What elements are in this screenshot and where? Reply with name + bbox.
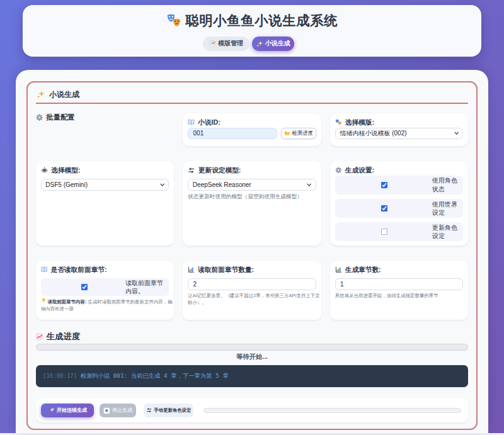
read-prev-hint: 读取前面章节内容: 生成时读取前面章节的最新文件内容，确保内容衔接一致 xyxy=(41,298,175,312)
model-select[interactable]: DSF5 (Gemini) xyxy=(41,179,169,191)
update-model-label-row: 更新设定模型: xyxy=(188,166,316,174)
generation-settings-label-row: 生成设置: xyxy=(335,166,464,174)
nav-template-management-button[interactable]: 模版管理 xyxy=(203,37,249,51)
theater-masks-icon xyxy=(166,13,181,28)
model-select-wrap: DSF5 (Gemini) xyxy=(41,179,169,191)
progress-heading: 生成进度 xyxy=(36,332,469,342)
update-model-label: 更新设定模型: xyxy=(198,166,241,174)
stop-square-icon xyxy=(103,407,110,414)
zoom-wrapper: 聪明小鱼鱼小说生成系统 模版管理 xyxy=(0,0,504,433)
use-world-setting-row: 使用世界设定 xyxy=(335,199,464,218)
novel-id-label: 小说ID: xyxy=(198,118,220,127)
log-timestamp: [16:00:17] xyxy=(43,373,77,379)
generation-settings-options: 使用角色状态 使用世界设定 更新角色设定 xyxy=(335,176,464,242)
nav-novel-generation-label: 小说生成 xyxy=(265,39,290,48)
update-model-select[interactable]: DeepSeek Reasoner xyxy=(188,179,316,191)
open-book-icon xyxy=(188,119,195,126)
use-world-setting-label: 使用世界设定 xyxy=(432,200,458,217)
chapter-count-label: 生成章节数: xyxy=(345,266,381,274)
use-character-state-label: 使用角色状态 xyxy=(432,176,458,193)
chart-increasing-icon xyxy=(36,333,43,340)
read-prev-label: 是否读取前面章节: xyxy=(51,266,107,274)
use-character-state-row: 使用角色状态 xyxy=(335,176,464,195)
prev-count-label: 读取前面章节数量: xyxy=(198,266,254,274)
swap-arrows-icon xyxy=(146,407,152,413)
generation-settings-label: 生成设置: xyxy=(345,166,374,174)
chapter-count-input[interactable] xyxy=(335,278,464,290)
read-prev-option-label: 读取前面章节内容。 xyxy=(125,279,164,296)
model-select-panel: 选择模型: DSF5 (Gemini) xyxy=(36,161,175,246)
check-progress-button[interactable]: 检测进度 xyxy=(281,128,316,140)
header-card: 聪明小鱼鱼小说生成系统 模版管理 xyxy=(23,5,481,57)
log-console: [16:00:17] 检测到小说 001: 当前已生成 4 章，下一章为第 5 … xyxy=(36,365,469,387)
prev-count-label-row: 读取前面章节数量: xyxy=(188,266,316,274)
template-select-label: 选择模版: xyxy=(345,118,374,127)
theater-masks-icon xyxy=(335,119,342,126)
manual-update-character-label: 手动更新角色设定 xyxy=(154,407,192,414)
use-character-state-checkbox[interactable] xyxy=(381,182,387,188)
sparkles-icon xyxy=(37,90,45,98)
novel-id-input[interactable] xyxy=(188,128,277,140)
stop-generation-button[interactable]: 停止生成 xyxy=(100,404,136,418)
progress-section: 生成进度 等待开始... [16:00:17] 检测到小说 001: 当前已生成… xyxy=(36,332,469,387)
novel-id-label-row: 小说ID: xyxy=(188,118,316,127)
page-background: 聪明小鱼鱼小说生成系统 模版管理 xyxy=(0,0,504,433)
robot-icon xyxy=(41,167,48,174)
check-progress-label: 检测进度 xyxy=(292,130,312,137)
log-message: 检测到小说 001: 当前已生成 4 章，下一章为第 5 章 xyxy=(80,372,228,380)
nav-novel-generation-button[interactable]: 小说生成 xyxy=(252,37,294,51)
novel-id-input-row: 检测进度 xyxy=(188,128,316,140)
template-select[interactable]: 情绪内核小说模板 (002) xyxy=(335,128,464,140)
novel-generation-card: 小说生成 xyxy=(26,81,478,431)
read-prev-checkbox[interactable] xyxy=(81,284,88,290)
light-bulb-icon xyxy=(41,298,47,303)
bar-chart-icon xyxy=(188,266,195,273)
main-container: 小说生成 xyxy=(16,70,489,433)
update-character-setting-label: 更新角色设定 xyxy=(432,223,458,240)
nav-template-management-label: 模版管理 xyxy=(218,39,243,48)
action-progress-bar xyxy=(203,408,461,414)
read-prev-panel: 是否读取前面章节: 读取前面章节内容。 xyxy=(36,261,175,320)
novel-id-panel: 小说ID: 检测进度 xyxy=(183,113,321,146)
gear-icon xyxy=(36,114,43,121)
sparkles-icon xyxy=(256,40,263,47)
template-select-panel: 选择模版: 情绪内核小说模板 (002) xyxy=(330,113,469,146)
update-model-hint: 状态更新时使用的模型（留空则使用生成模型） xyxy=(188,193,316,200)
chapter-count-panel: 生成章节数: 系统将从当前进度开始，连续生成指定数量的章节 xyxy=(330,261,469,320)
prev-count-panel: 读取前面章节数量: 让AI记忆更连贯。（建议不超过2章，有些第三方API支持上下… xyxy=(183,261,321,320)
stop-generation-label: 停止生成 xyxy=(112,407,132,414)
config-grid: 批量配置 小说ID: xyxy=(36,113,469,320)
app-title: 聪明小鱼鱼小说生成系统 xyxy=(23,13,481,30)
swap-arrows-icon xyxy=(188,167,195,174)
prev-count-input[interactable] xyxy=(188,278,316,290)
rocket-icon xyxy=(48,407,55,414)
read-prev-hint-bold: 读取前面章节内容: xyxy=(47,299,86,305)
template-select-wrap: 情绪内核小说模板 (002) xyxy=(335,128,464,140)
section-title-text: 小说生成 xyxy=(49,90,79,99)
nav: 模版管理 小说生成 xyxy=(20,37,478,51)
update-model-panel: 更新设定模型: DeepSeek Reasoner 状态更新时使用的模型（留空则… xyxy=(183,161,321,246)
start-generation-label: 开始连续生成 xyxy=(57,407,87,414)
folder-icon xyxy=(284,130,290,136)
update-character-setting-row: 更新角色设定 xyxy=(335,222,464,241)
progress-bar xyxy=(36,344,469,351)
batch-config-cell: 批量配置 xyxy=(36,113,175,146)
chapter-count-label-row: 生成章节数: xyxy=(335,266,464,274)
start-generation-button[interactable]: 开始连续生成 xyxy=(41,404,94,418)
progress-status: 等待开始... xyxy=(36,353,469,360)
progress-heading-text: 生成进度 xyxy=(47,332,80,342)
batch-config-label: 批量配置 xyxy=(46,113,74,121)
use-world-setting-checkbox[interactable] xyxy=(381,205,387,212)
read-prev-label-row: 是否读取前面章节: xyxy=(41,266,169,274)
model-select-label: 选择模型: xyxy=(51,166,80,174)
section-title: 小说生成 xyxy=(36,90,469,105)
model-select-label-row: 选择模型: xyxy=(41,166,169,174)
bar-chart-icon xyxy=(335,266,342,273)
open-book-icon xyxy=(41,266,48,273)
prev-count-hint: 让AI记忆更连贯。（建议不超过2章，有些第三方API支持上下文较小）。 xyxy=(188,292,321,306)
update-model-select-wrap: DeepSeek Reasoner xyxy=(188,179,316,191)
manual-update-character-button[interactable]: 手动更新角色设定 xyxy=(144,404,193,418)
update-character-setting-checkbox[interactable] xyxy=(381,229,387,235)
template-select-label-row: 选择模版: xyxy=(335,118,464,127)
read-prev-option-row: 读取前面章节内容。 xyxy=(41,278,169,296)
